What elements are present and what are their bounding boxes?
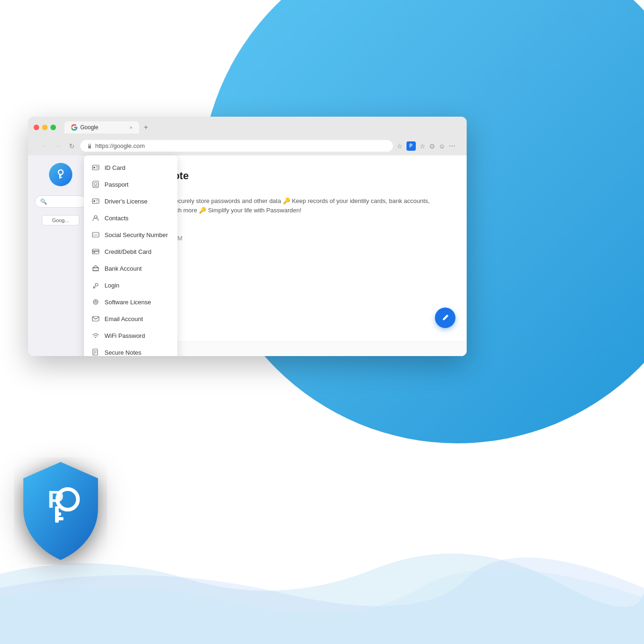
app-logo-icon <box>54 168 67 181</box>
url-text: https://google.com <box>95 142 145 149</box>
svg-rect-37 <box>92 316 99 321</box>
menu-item-secure-notes[interactable]: Secure Notes <box>84 344 177 356</box>
menu-label-contacts: Contacts <box>105 215 128 222</box>
drivers-license-icon <box>91 197 100 205</box>
user-icon[interactable]: ⊙ <box>429 142 435 150</box>
svg-rect-5 <box>88 146 91 148</box>
menu-item-bank-account[interactable]: Bank Account <box>84 260 177 277</box>
svg-rect-9 <box>59 175 62 176</box>
back-button[interactable]: ← <box>39 141 49 151</box>
secure-notes-icon <box>91 348 100 356</box>
svg-rect-7 <box>59 174 61 179</box>
menu-label-email-account: Email Account <box>105 315 143 322</box>
menu-label-secure-notes: Secure Notes <box>105 349 141 356</box>
svg-rect-8 <box>59 177 62 178</box>
svg-rect-14 <box>93 181 98 188</box>
star-icon[interactable]: ☆ <box>420 142 426 150</box>
emoji-icon[interactable]: ☺ <box>439 142 445 150</box>
svg-text:P: P <box>48 486 64 513</box>
svg-rect-27 <box>93 268 98 271</box>
id-card-icon <box>91 163 100 172</box>
svg-marker-28 <box>93 266 98 268</box>
bank-account-icon <box>91 264 100 273</box>
active-tab[interactable]: Google × <box>64 121 139 133</box>
svg-point-35 <box>95 301 97 303</box>
address-bar: ← → ↻ https://google.com ☆ P ☆ ⊙ ☺ ⋯ <box>34 137 461 155</box>
search-icon: 🔍 <box>40 198 47 205</box>
menu-item-wifi-password[interactable]: WiFi Password <box>84 327 177 344</box>
new-tab-button[interactable]: + <box>140 121 152 133</box>
menu-label-drivers-license: Driver's License <box>105 198 147 205</box>
menu-item-email-account[interactable]: Email Account <box>84 310 177 327</box>
menu-item-login[interactable]: Login <box>84 277 177 294</box>
menu-item-credit-card[interactable]: Credit/Debit Card <box>84 243 177 260</box>
menu-label-wifi-password: WiFi Password <box>105 332 145 339</box>
more-icon[interactable]: ⋯ <box>449 142 455 150</box>
svg-point-15 <box>94 182 97 185</box>
edit-icon <box>441 314 449 322</box>
app-sidebar: 🔍 Goog... <box>28 155 93 356</box>
menu-item-drivers-license[interactable]: Driver's License <box>84 193 177 210</box>
menu-label-ssn: Social Security Number <box>105 231 168 238</box>
software-license-icon <box>91 298 100 306</box>
tab-favicon <box>71 124 77 131</box>
address-input[interactable]: https://google.com <box>80 140 393 152</box>
traffic-lights <box>34 125 56 130</box>
contacts-icon <box>91 214 100 222</box>
tab-bar: Google × + <box>64 121 461 133</box>
lock-icon <box>87 143 92 149</box>
forward-button[interactable]: → <box>53 141 63 151</box>
passport-icon <box>91 180 100 189</box>
edit-fab-button[interactable] <box>435 308 455 328</box>
menu-label-login: Login <box>105 282 119 289</box>
browser-actions: ☆ P ☆ ⊙ ☺ ⋯ <box>397 141 455 151</box>
close-button[interactable] <box>34 125 39 130</box>
refresh-button[interactable]: ↻ <box>67 141 77 151</box>
email-account-icon <box>91 315 100 323</box>
notes-text: You're all set to securely store passwor… <box>129 196 455 215</box>
shield-logo: P <box>14 457 117 574</box>
svg-rect-2 <box>55 517 63 520</box>
menu-label-id-card: ID Card <box>105 164 126 171</box>
browser-chrome: Google × + ← → ↻ https://google.com ☆ P <box>28 117 467 155</box>
wifi-password-icon <box>91 331 100 340</box>
svg-rect-3 <box>55 512 61 516</box>
tab-label: Google <box>80 124 98 131</box>
svg-point-18 <box>93 200 95 202</box>
passwarden-extension-icon[interactable]: P <box>406 141 416 151</box>
menu-label-bank-account: Bank Account <box>105 265 142 272</box>
google-shortcut[interactable]: Goog... <box>42 215 79 225</box>
browser-window: Google × + ← → ↻ https://google.com ☆ P <box>28 117 467 356</box>
tab-close-icon[interactable]: × <box>130 125 133 130</box>
ssn-icon: 123 <box>91 231 100 239</box>
menu-item-id-card[interactable]: ID Card <box>84 159 177 176</box>
search-bar[interactable]: 🔍 <box>35 196 86 208</box>
svg-text:123: 123 <box>93 233 98 236</box>
menu-label-credit-card: Credit/Debit Card <box>105 248 151 255</box>
maximize-button[interactable] <box>50 125 56 130</box>
svg-point-6 <box>58 170 63 175</box>
title-bar: Google × + <box>34 121 461 133</box>
svg-rect-33 <box>93 288 95 289</box>
menu-item-software-license[interactable]: Software License <box>84 294 177 310</box>
login-icon <box>91 281 100 289</box>
menu-label-passport: Passport <box>105 181 128 188</box>
svg-rect-32 <box>93 287 96 287</box>
svg-point-38 <box>95 337 96 338</box>
menu-label-software-license: Software License <box>105 299 151 306</box>
svg-point-30 <box>95 283 98 286</box>
app-logo <box>49 163 72 186</box>
menu-item-ssn[interactable]: 123 Social Security Number <box>84 226 177 243</box>
menu-item-contacts[interactable]: Contacts <box>84 210 177 226</box>
menu-item-passport[interactable]: Passport <box>84 176 177 193</box>
bookmark-icon[interactable]: ☆ <box>397 142 403 150</box>
svg-rect-26 <box>93 252 95 253</box>
svg-point-11 <box>93 167 95 168</box>
browser-content: 🔍 Goog... ID Card Passport <box>28 155 467 356</box>
minimize-button[interactable] <box>42 125 48 130</box>
dropdown-menu: ID Card Passport Driver's License <box>84 155 177 356</box>
credit-card-icon <box>91 247 100 256</box>
